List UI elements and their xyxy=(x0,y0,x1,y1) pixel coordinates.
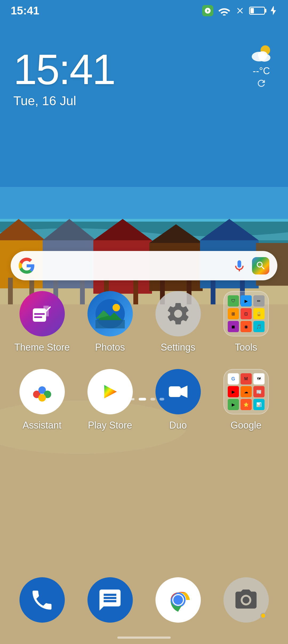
camera-dot xyxy=(260,613,266,619)
indicator-lines xyxy=(124,398,134,400)
app-row-1: Theme Store Photos xyxy=(8,291,280,353)
status-icons xyxy=(202,5,277,16)
clock-widget: 15:41 Tue, 16 Jul xyxy=(0,32,288,108)
play-store-label: Play Store xyxy=(88,420,132,431)
status-bar: 15:41 xyxy=(0,0,288,21)
settings-label: Settings xyxy=(161,342,195,353)
indicator-dot-1 xyxy=(150,398,155,400)
google-logo xyxy=(19,258,35,274)
dock-chrome[interactable] xyxy=(155,577,201,623)
dock xyxy=(0,577,288,623)
mic-icon[interactable] xyxy=(232,258,247,273)
weather-temp: --°C xyxy=(253,65,270,77)
google-folder-icon: G M 🗺 ▶ ☁ 📰 ▶ ⭐ 📊 xyxy=(223,369,269,414)
chrome-icon xyxy=(155,577,201,623)
assistant-label: Assistant xyxy=(22,420,61,431)
weather-widget[interactable]: --°C xyxy=(248,43,275,89)
photos-label: Photos xyxy=(95,342,125,353)
battery-fill xyxy=(250,8,254,13)
photos-icon xyxy=(87,291,133,336)
search-bar[interactable] xyxy=(11,251,277,280)
battery-indicator xyxy=(249,7,265,15)
app-theme-store[interactable]: Theme Store xyxy=(13,291,71,353)
status-time: 15:41 xyxy=(11,4,39,17)
page-indicators xyxy=(0,398,288,400)
app-tools[interactable]: 🛡 ▶ ✏ ⊞ ⊡ 🔒 ◼ ◉ 🎵 Tools xyxy=(217,291,275,353)
tools-folder-icon: 🛡 ▶ ✏ ⊞ ⊡ 🔒 ◼ ◉ 🎵 xyxy=(223,291,269,336)
assistant-icon xyxy=(19,369,65,414)
camera-icon xyxy=(223,577,269,623)
svg-rect-36 xyxy=(34,316,42,318)
svg-point-52 xyxy=(173,595,183,605)
app-settings[interactable]: Settings xyxy=(149,291,207,353)
svg-point-53 xyxy=(243,596,249,603)
svg-point-38 xyxy=(113,304,120,311)
theme-store-icon xyxy=(19,291,65,336)
svg-rect-47 xyxy=(169,386,181,397)
clock-date: Tue, 16 Jul xyxy=(13,93,275,108)
tools-label: Tools xyxy=(235,342,257,353)
svg-rect-39 xyxy=(95,320,125,328)
theme-store-label: Theme Store xyxy=(14,342,70,353)
playstore-icon xyxy=(87,369,133,414)
clock-time: 15:41 xyxy=(13,48,275,91)
app-grid: Theme Store Photos xyxy=(0,291,288,447)
phone-icon xyxy=(19,577,65,623)
duo-label: Duo xyxy=(169,420,187,431)
refresh-icon[interactable] xyxy=(256,78,267,89)
notification-icon xyxy=(202,5,213,16)
indicator-dot-2 xyxy=(159,398,164,400)
messages-icon xyxy=(87,577,133,623)
svg-rect-35 xyxy=(34,313,45,315)
google-folder-label: Google xyxy=(230,420,261,431)
x-icon xyxy=(235,6,245,15)
svg-point-32 xyxy=(258,51,267,59)
charging-icon xyxy=(269,5,277,16)
indicator-active xyxy=(139,398,146,400)
duo-icon xyxy=(155,369,201,414)
dock-phone[interactable] xyxy=(19,577,65,623)
settings-icon xyxy=(155,291,201,336)
lens-icon[interactable] xyxy=(252,257,269,274)
dock-messages[interactable] xyxy=(87,577,133,623)
weather-icon xyxy=(248,43,275,64)
wifi-icon xyxy=(218,6,231,15)
home-indicator xyxy=(117,637,171,639)
dock-camera[interactable] xyxy=(223,577,269,623)
app-photos[interactable]: Photos xyxy=(81,291,139,353)
